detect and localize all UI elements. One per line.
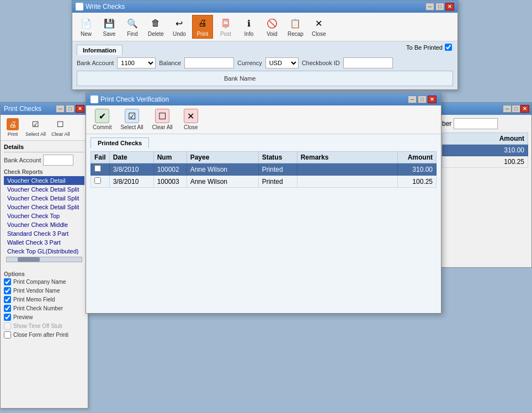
cell-num-1: 100003 — [153, 176, 187, 188]
option-print-company-checkbox[interactable] — [4, 278, 11, 285]
amount-row-1[interactable]: 100.25 — [443, 156, 528, 168]
check-list-item-2[interactable]: Voucher Check Detail Split — [4, 194, 84, 203]
panel-print-icon: 🖨 — [7, 118, 19, 130]
option-preview-checkbox[interactable] — [4, 314, 11, 321]
toolbar-close-icon: ✕ — [312, 17, 326, 30]
panel-maximize-button[interactable]: □ — [66, 105, 75, 113]
right-panel-maximize[interactable]: □ — [512, 105, 520, 113]
option-close-form-checkbox[interactable] — [4, 331, 11, 338]
post-label: Post — [220, 31, 231, 37]
write-checks-toolbar: 📄 New 💾 Save 🔍 Find 🗑 Delete ↩ Undo 🖨 Pr… — [72, 13, 457, 41]
undo-button[interactable]: ↩ Undo — [169, 15, 190, 39]
check-list-item-3[interactable]: Voucher Check Detail Split — [4, 203, 84, 211]
panel-select-all-icon: ☑ — [30, 118, 42, 130]
find-label: Find — [127, 31, 137, 37]
right-panel-titlebar: ─ □ ✕ — [439, 103, 531, 115]
toolbar-close-label: Close — [312, 31, 326, 37]
print-checks-toolbar: 🖨 Print ☑ Select All ☐ Clear All — [1, 115, 88, 141]
commit-label: Commit — [93, 124, 111, 130]
commit-button[interactable]: ✔ Commit — [91, 108, 114, 131]
option-preview: Preview — [4, 314, 84, 321]
new-button[interactable]: 📄 New — [76, 15, 97, 39]
bank-name-label: Bank Name — [224, 75, 256, 82]
table-row[interactable]: 3/8/2010 100002 Anne Wilson Printed 310.… — [91, 163, 437, 176]
print-button[interactable]: 🖨 Print — [192, 15, 213, 39]
checkbook-id-input[interactable]: WC-10003 — [343, 57, 393, 68]
recap-button[interactable]: 📋 Recap — [285, 15, 306, 39]
amount-row-0[interactable]: 310.00 — [443, 145, 528, 156]
minimize-button[interactable]: ─ — [425, 3, 434, 10]
panel-minimize-button[interactable]: ─ — [56, 105, 65, 113]
panel-print-button[interactable]: 🖨 Print — [4, 117, 22, 138]
print-label: Print — [197, 31, 209, 37]
panel-close-button[interactable]: ✕ — [76, 105, 84, 113]
amount-value-1: 100.25 — [443, 156, 528, 168]
check-list-item-1[interactable]: Voucher Check Detail Split — [4, 185, 84, 194]
write-checks-window: Write Checks ─ □ ✕ 📄 New 💾 Save 🔍 Find 🗑… — [72, 0, 458, 90]
check-list-item-4[interactable]: Voucher Check Top — [4, 211, 84, 220]
balance-input[interactable]: 29,850.00 — [184, 57, 234, 68]
number-input[interactable]: 100002 — [454, 118, 498, 129]
dialog-close-icon: ✕ — [184, 109, 198, 123]
check-list-item-6[interactable]: Standard Check 3 Part — [4, 229, 84, 238]
option-print-vendor-checkbox[interactable] — [4, 287, 11, 294]
panel-select-all-button[interactable]: ☑ Select All — [24, 117, 47, 138]
find-button[interactable]: 🔍 Find — [122, 15, 143, 39]
close-button[interactable]: ✕ — [445, 3, 454, 10]
amount-header: Amount — [443, 133, 528, 145]
row-checkbox-0[interactable] — [94, 165, 101, 172]
company-name-input[interactable]: Furnitures Zone — [81, 73, 191, 84]
currency-select[interactable]: USD — [265, 57, 299, 68]
check-list-item-7[interactable]: Wallet Check 3 Part — [4, 238, 84, 247]
to-be-printed-label: To Be Printed — [406, 44, 443, 51]
col-amount: Amount — [398, 152, 437, 163]
dialog-clear-all-button[interactable]: ☐ Clear All — [150, 108, 175, 131]
options-section: Options Print Company Name Print Vendor … — [1, 266, 88, 342]
to-be-printed-checkbox[interactable] — [445, 44, 452, 51]
check-list-item-8[interactable]: Check Top GL(Distributed) — [4, 247, 84, 256]
panel-clear-all-button[interactable]: ☐ Clear All — [50, 117, 72, 138]
option-print-check-number-checkbox[interactable] — [4, 305, 11, 312]
option-close-form-label: Close Form after Printi — [13, 332, 68, 338]
check-list-item-0[interactable]: Voucher Check Detail — [4, 176, 84, 185]
dialog-maximize-button[interactable]: □ — [418, 96, 427, 103]
right-panel-close[interactable]: ✕ — [520, 105, 529, 113]
bank-account-select[interactable]: 1100 — [117, 57, 156, 68]
write-checks-icon — [76, 3, 83, 10]
save-button[interactable]: 💾 Save — [99, 15, 120, 39]
delete-button[interactable]: 🗑 Delete — [145, 15, 167, 39]
dialog-title: Print Check Verification — [100, 96, 169, 103]
tab-information[interactable]: Information — [77, 45, 123, 55]
post-button[interactable]: 📮 Post — [215, 15, 236, 39]
cell-status-0: Printed — [258, 163, 297, 176]
horizontal-scrollbar[interactable] — [6, 257, 82, 262]
check-list-item-5[interactable]: Voucher Check Middle — [4, 220, 84, 229]
toolbar-close-button[interactable]: ✕ Close — [308, 15, 329, 39]
dialog-clear-all-icon: ☐ — [155, 109, 169, 123]
dialog-close-label: Close — [184, 124, 198, 130]
checkbook-id-label: Checkbook ID — [302, 60, 340, 66]
maximize-button[interactable]: □ — [435, 3, 444, 10]
panel-details-tab[interactable]: Details — [4, 144, 24, 150]
check-reports-label: Check Reports — [4, 169, 84, 175]
write-checks-titlebar: Write Checks ─ □ ✕ — [72, 1, 457, 13]
info-icon: ℹ — [242, 17, 256, 30]
undo-label: Undo — [173, 31, 186, 37]
cell-amount-1: 100.25 — [398, 176, 437, 188]
balance-label: Balance — [159, 60, 181, 66]
dialog-close-button[interactable]: ✕ — [428, 96, 437, 103]
bank-name-input[interactable]: Checking — [267, 73, 349, 84]
tab-printed-checks[interactable]: Printed Checks — [91, 137, 149, 148]
panel-bank-input[interactable]: 1100 — [43, 155, 73, 166]
dialog-select-all-button[interactable]: ☑ Select All — [118, 108, 145, 131]
row-checkbox-1[interactable] — [94, 177, 101, 184]
option-show-time-off-checkbox[interactable] — [4, 322, 11, 330]
right-panel-minimize[interactable]: ─ — [503, 105, 512, 113]
void-button[interactable]: 🚫 Void — [262, 15, 283, 39]
table-row[interactable]: 3/8/2010 100003 Anne Wilson Printed 100.… — [91, 176, 437, 188]
info-button[interactable]: ℹ Info — [238, 15, 259, 39]
save-icon: 💾 — [103, 17, 116, 30]
dialog-close-btn[interactable]: ✕ Close — [179, 108, 203, 131]
option-print-memo-checkbox[interactable] — [4, 296, 11, 303]
dialog-minimize-button[interactable]: ─ — [408, 96, 417, 103]
